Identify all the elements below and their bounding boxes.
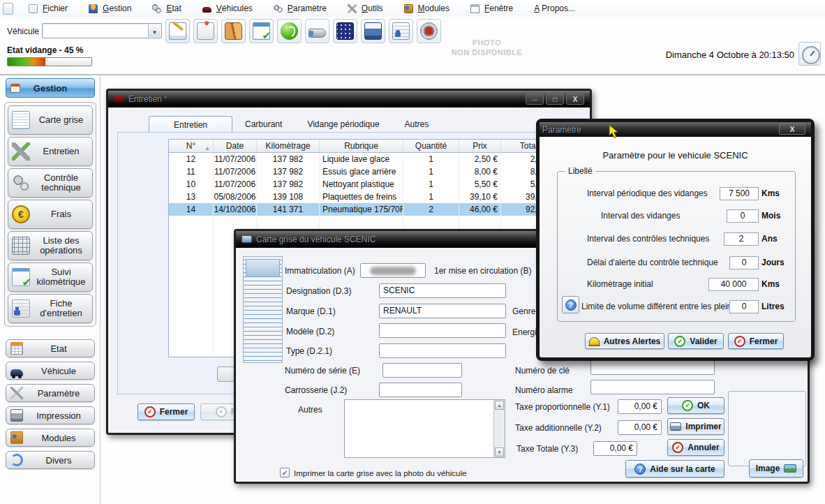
delai-alerte-input[interactable]: 0 [729, 256, 759, 269]
carrosserie-input[interactable] [379, 383, 462, 397]
menu-outils[interactable]: Outils [337, 0, 394, 17]
entretien-titlebar[interactable]: Entretien ° [108, 91, 590, 108]
tab-entretien[interactable]: Entretien [149, 116, 232, 133]
tools-icon [10, 387, 23, 399]
menu-fichier[interactable]: Fichier [18, 0, 78, 17]
scroll-up-icon[interactable] [495, 401, 504, 410]
print-photo-checkbox[interactable] [280, 468, 290, 477]
scrollbar[interactable] [493, 400, 505, 457]
sidebar-item-entretien[interactable]: Entretien [8, 137, 93, 166]
fermer-button[interactable]: Fermer [138, 403, 195, 420]
col-header-prix[interactable]: Prix [459, 140, 501, 152]
ok-button[interactable]: OK [667, 397, 724, 414]
scroll-down-icon[interactable] [495, 447, 504, 457]
pause-icon [216, 406, 227, 417]
sidebar-item-etat[interactable]: Etat [6, 339, 95, 357]
sidebar-item-liste-operations[interactable]: Liste des opérations [8, 231, 93, 260]
sidebar-item-carte-grise[interactable]: Carte grise [8, 105, 93, 135]
chevron-down-icon [148, 24, 161, 37]
col-header-date[interactable]: Date [214, 140, 257, 152]
calendar-icon [10, 342, 23, 355]
sidebar-item-divers[interactable]: Divers [6, 451, 95, 469]
menu-fenetre[interactable]: Fenêtre [460, 0, 523, 17]
car-icon [10, 369, 23, 376]
minimize-button[interactable] [526, 94, 544, 105]
table-row-selected[interactable]: 14 14/10/2006 141 371 Pneumatique 175/70… [169, 203, 556, 216]
kilometrage-initial-input[interactable]: 40 000 [708, 278, 759, 291]
type-input[interactable] [379, 343, 506, 358]
taxe-totale-input[interactable]: 0,00 € [593, 441, 637, 456]
limite-volume-input[interactable]: 0 [729, 300, 759, 313]
parametre-titlebar[interactable]: Paramètre [540, 122, 811, 137]
sidebar-item-vehicule[interactable]: Véhicule [6, 362, 95, 380]
sidebar-item-frais[interactable]: Frais [8, 200, 93, 229]
close-button[interactable] [779, 124, 805, 135]
interval-periodique-input[interactable]: 7 500 [720, 187, 759, 200]
annuler-button[interactable]: Annuler [667, 439, 724, 456]
interval-vidanges-input[interactable]: 0 [727, 209, 759, 223]
check-document-icon [12, 268, 30, 286]
fermer-button[interactable]: Fermer [728, 333, 784, 349]
sidebar-item-impression[interactable]: Impression [6, 406, 95, 424]
interval-controles-input[interactable]: 2 [724, 232, 759, 246]
sidebar-item-modules[interactable]: Modules [6, 429, 95, 447]
usb-icon[interactable] [305, 19, 329, 43]
numero-alarme-input[interactable] [590, 380, 715, 394]
sidebar-item-suivi-kilometrique[interactable]: Suivi kilomètrique [8, 262, 93, 292]
menu-parametre[interactable]: Paramètre [263, 0, 337, 17]
close-button[interactable] [566, 94, 584, 105]
notepad-icon[interactable] [165, 19, 190, 43]
sidebar-item-fiche-entretien[interactable]: Fiche d'entretien [8, 294, 93, 323]
image-button[interactable]: Image [749, 459, 803, 477]
valider-button[interactable]: Valider [668, 333, 724, 349]
col-header-n[interactable]: N° [169, 140, 214, 152]
menu-a-propos[interactable]: A Propos... [523, 0, 586, 17]
report-icon[interactable] [389, 19, 413, 43]
imprimer-button[interactable]: Imprimer [667, 418, 724, 435]
col-header-quantite[interactable]: Quantité [403, 140, 459, 152]
menu-gestion[interactable]: Gestion [78, 0, 142, 17]
table-row[interactable]: 11 11/07/2006 137 982 Essuis glace arriè… [169, 165, 556, 178]
col-header-kilometrage[interactable]: Kilomètrage [257, 140, 320, 152]
modele-input[interactable] [379, 323, 506, 338]
menu-modules[interactable]: Modules [394, 0, 460, 17]
aide-carte-button[interactable]: Aide sur la carte [625, 460, 724, 477]
autres-alertes-button[interactable]: Autres Alertes [585, 333, 664, 349]
run-icon[interactable] [277, 19, 302, 43]
sidebar-header-gestion[interactable]: Gestion [6, 78, 95, 98]
col-header-rubrique[interactable]: Rubrique [320, 140, 403, 152]
taxe-additionnelle-label: Taxe additionnelle (Y.2) [515, 423, 602, 433]
sidebar-item-parametre[interactable]: Paramètre [6, 384, 95, 402]
numero-cle-input[interactable] [590, 360, 715, 375]
printer-icon[interactable] [361, 19, 385, 43]
power-icon[interactable] [417, 19, 441, 43]
tab-vidange-periodique[interactable]: Vidange périodique [295, 116, 392, 133]
photo-watermark: PHOTO NON DISPONIBLE [450, 38, 523, 58]
vehicle-select[interactable] [42, 23, 162, 38]
menu-vehicules[interactable]: Véhicules [192, 0, 263, 17]
menu-etat[interactable]: Etat [142, 0, 191, 17]
tab-autres[interactable]: Autres [392, 116, 442, 133]
table-row[interactable]: 10 11/07/2006 137 982 Nettoyant plastiqu… [169, 178, 556, 191]
maximize-button[interactable] [546, 94, 564, 105]
immatriculation-input[interactable] [360, 263, 426, 278]
help-button[interactable] [562, 296, 579, 313]
tab-carburant[interactable]: Carburant [232, 116, 295, 133]
table-row[interactable]: 12 11/07/2006 137 982 Liquide lave glace… [169, 153, 556, 165]
table-row[interactable]: 13 05/08/2006 139 108 Plaquettes de frei… [169, 191, 556, 203]
designation-input[interactable]: SCENIC [379, 283, 506, 298]
vehicle-photo-placeholder [728, 391, 806, 466]
save-icon[interactable] [193, 19, 218, 43]
numero-serie-input[interactable] [382, 363, 462, 378]
check-window-icon[interactable] [249, 19, 274, 43]
autres-textarea[interactable] [344, 399, 505, 458]
calculator-icon[interactable] [333, 19, 357, 43]
book-icon[interactable] [221, 19, 246, 43]
cancel-icon [672, 442, 683, 453]
taxe-totale-label: Taxe Totale (Y.3) [516, 444, 578, 454]
sidebar-splitter[interactable] [100, 75, 101, 504]
sidebar-item-controle-technique[interactable]: Contrôle technique [8, 168, 93, 198]
marque-input[interactable]: RENAULT [379, 304, 506, 318]
taxe-proportionnelle-input[interactable]: 0,00 € [618, 399, 662, 414]
taxe-additionnelle-input[interactable]: 0,00 € [618, 420, 662, 435]
